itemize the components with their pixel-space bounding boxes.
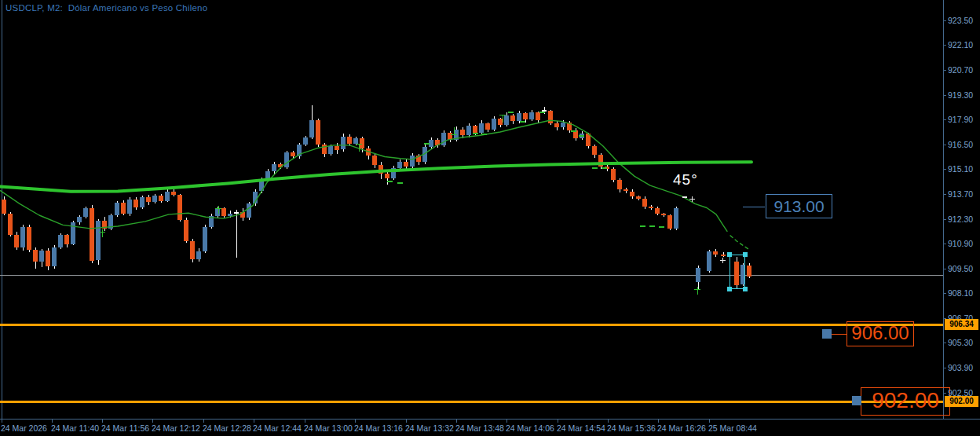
hline-handle-902[interactable] (852, 396, 861, 405)
green-dash-marker (520, 121, 525, 123)
hline-label-906[interactable]: 906.00 (847, 321, 914, 346)
orange-hline-902[interactable] (0, 401, 943, 403)
bid-price-line (0, 275, 943, 276)
candle-body (435, 140, 440, 145)
green-cross-marker (218, 206, 219, 214)
candle-body (228, 214, 232, 216)
candle-body (322, 145, 327, 154)
price-tick-label: 908.10 (948, 288, 973, 298)
time-tick-label: 24 Mar 12:44 (253, 423, 302, 433)
green-cross-marker-bar (694, 289, 700, 290)
time-tick-mark (52, 420, 53, 423)
candle-body (561, 123, 565, 128)
selection-rectangle[interactable] (730, 255, 745, 289)
chart-window: USDCLP, M2: Dólar Americano vs Peso Chil… (0, 0, 980, 436)
green-cross-marker-bar (451, 134, 457, 135)
price-tick-mark (943, 343, 946, 343)
hline-label-902[interactable]: 902.00 (861, 387, 950, 416)
white-plus-marker (720, 260, 726, 261)
price-tick-label: 916.50 (948, 140, 973, 149)
green-cross-marker-bar (499, 115, 506, 115)
candle-body (504, 115, 509, 125)
time-tick-mark (355, 420, 356, 423)
time-axis[interactable]: 24 Mar 202624 Mar 11:4024 Mar 11:5624 Ma… (0, 420, 980, 436)
price-badge-906: 906.34 (945, 319, 978, 330)
candle-body (529, 112, 534, 119)
candle-body (536, 112, 540, 120)
white-plus-marker (692, 196, 693, 202)
candle-body (696, 268, 700, 282)
time-tick-mark (305, 420, 305, 423)
price-tick-mark (943, 20, 946, 21)
candle-body (636, 196, 641, 198)
green-dash-marker (539, 112, 545, 113)
green-dash-marker (397, 182, 403, 184)
candle-body (102, 221, 107, 229)
candle-body (96, 221, 101, 261)
price-tick-mark (943, 219, 946, 220)
candle-body (272, 164, 276, 171)
price-tick-mark (943, 194, 946, 195)
candle-body (410, 156, 415, 167)
candle-body (240, 212, 245, 218)
price-tick-label: 922.10 (948, 40, 973, 49)
time-tick-label: 24 Mar 13:00 (304, 423, 353, 433)
candle-body (713, 251, 718, 254)
candle-body (291, 152, 295, 157)
candle-body (341, 137, 346, 150)
candle-doji (721, 255, 726, 256)
price-tick-label: 910.90 (948, 239, 973, 248)
price-axis[interactable]: 923.50922.10920.70919.30917.90916.50915.… (944, 0, 980, 419)
price-tick-mark (943, 95, 946, 96)
selection-handle[interactable] (727, 252, 732, 257)
hline-handle-906[interactable] (822, 329, 832, 339)
candle-doji (623, 189, 628, 191)
candle-body (146, 197, 151, 202)
candle-body (152, 196, 157, 202)
selection-handle[interactable] (743, 252, 748, 257)
candle-body (159, 196, 163, 201)
candle-body (460, 130, 465, 136)
candle-body (567, 123, 572, 130)
candle-body (140, 197, 144, 207)
candle-body (611, 169, 616, 180)
orange-hline-906.34[interactable] (0, 324, 943, 326)
green-cross-marker-bar (99, 232, 105, 233)
candle-body (115, 203, 119, 215)
time-tick-mark (608, 420, 609, 423)
candle-body (90, 208, 94, 261)
price-tick-mark (943, 293, 946, 294)
candle-body (2, 200, 6, 214)
candle-body (127, 200, 132, 214)
candle-body (335, 146, 339, 150)
price-tick-label: 905.30 (948, 338, 973, 347)
angle-annotation[interactable]: 45° (673, 171, 698, 189)
candle-body (46, 251, 50, 266)
candle-body (404, 162, 408, 167)
price-tick-mark (943, 318, 946, 319)
candle-body (196, 251, 201, 259)
candle-body (33, 250, 38, 262)
candle-body (184, 220, 188, 241)
white-dash-marker (682, 196, 687, 198)
green-cross-marker (359, 144, 360, 152)
time-tick-label: 24 Mar 16:26 (657, 423, 706, 433)
price-label-object[interactable]: 913.00 (766, 194, 832, 218)
time-tick-mark (506, 420, 507, 423)
candle-body (649, 207, 653, 208)
candle-body (586, 134, 591, 146)
white-plus-marker (722, 258, 723, 263)
candle-body (655, 208, 660, 214)
candle-body (190, 241, 195, 260)
selection-handle[interactable] (727, 287, 732, 291)
time-tick-label: 24 Mar 14:54 (557, 423, 605, 433)
green-dash-marker (602, 167, 607, 169)
white-plus-marker (689, 199, 695, 200)
candle-body (278, 164, 283, 168)
selection-handle[interactable] (743, 287, 748, 291)
green-cross-marker (102, 229, 103, 237)
candle-body (642, 199, 647, 207)
candle-body (416, 156, 421, 162)
time-tick-mark (2, 420, 2, 423)
candle-body (177, 195, 182, 220)
